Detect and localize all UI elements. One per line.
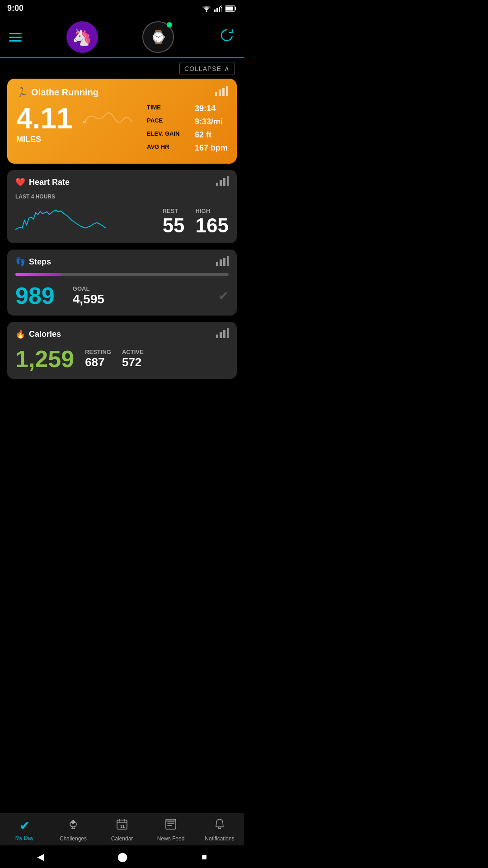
steps-check-icon: ✔	[218, 288, 229, 303]
refresh-button[interactable]	[219, 27, 235, 47]
hr-chart-label: LAST 4 HOURS	[15, 193, 155, 200]
avatar[interactable]: 🦄	[66, 21, 98, 53]
resting-label: RESTING	[85, 349, 111, 355]
svg-rect-16	[223, 178, 225, 186]
running-chart-icon[interactable]	[215, 86, 228, 99]
steps-goal-label: GOAL	[73, 285, 104, 292]
heart-rate-title: ❤️ Heart Rate	[15, 177, 70, 187]
watch-icon: ⌚	[150, 30, 166, 45]
svg-rect-10	[219, 90, 221, 96]
svg-point-13	[83, 121, 86, 123]
time-value: 39:14	[195, 104, 216, 113]
watch-online-dot	[167, 22, 172, 28]
watch-device[interactable]: ⌚	[142, 21, 174, 53]
collapse-label: COLLAPSE	[184, 65, 221, 72]
heart-rate-card[interactable]: ❤️ Heart Rate LAST 4 HOURS	[7, 170, 237, 243]
steps-chart-icon[interactable]	[216, 256, 229, 268]
hr-rest-value: 55	[163, 214, 185, 237]
svg-rect-23	[220, 332, 222, 338]
hamburger-menu[interactable]	[9, 33, 22, 42]
calories-card[interactable]: 🔥 Calories 1,259 RESTING 687	[7, 322, 237, 379]
active-value: 572	[122, 355, 144, 369]
running-stats: TIME 39:14 PACE 9:33/mi ELEV. GAIN 62 ft…	[147, 104, 228, 156]
wifi-icon	[202, 5, 211, 12]
calories-stats: RESTING 687 ACTIVE 572	[85, 349, 143, 369]
heart-rate-body: LAST 4 HOURS REST 55 HIGH 165	[15, 193, 229, 237]
active-label: ACTIVE	[122, 349, 144, 355]
avg-hr-label: AVG HR	[147, 143, 188, 153]
main-content: 🏃 Olathe Running 4.11 MILES	[0, 79, 244, 379]
svg-rect-2	[216, 8, 218, 12]
calories-active-stat: ACTIVE 572	[122, 349, 144, 369]
stat-row-pace: PACE 9:33/mi	[147, 117, 228, 127]
svg-rect-7	[235, 7, 236, 10]
status-icons	[202, 5, 237, 12]
steps-goal: GOAL 4,595	[73, 285, 104, 307]
svg-rect-14	[216, 183, 218, 186]
hr-high-value: 165	[196, 214, 229, 237]
hr-rest-label: REST	[163, 208, 185, 214]
steps-title: 👣 Steps	[15, 257, 51, 267]
calories-header: 🔥 Calories	[15, 328, 229, 340]
calories-value: 1,259	[15, 345, 74, 373]
heart-rate-title-text: Heart Rate	[29, 178, 70, 187]
status-time: 9:00	[7, 4, 23, 13]
avg-hr-value: 167 bpm	[195, 143, 228, 153]
collapse-button[interactable]: COLLAPSE ∧	[179, 62, 235, 75]
hr-chart-icon[interactable]	[216, 176, 229, 188]
hr-rest-stat: REST 55	[163, 208, 185, 237]
steps-value: 989	[15, 282, 55, 309]
hr-stats: REST 55 HIGH 165	[163, 208, 229, 237]
running-route-map	[80, 104, 140, 140]
svg-rect-12	[226, 86, 228, 96]
running-icon: 🏃	[16, 87, 28, 98]
svg-rect-24	[223, 330, 225, 338]
running-distance: 4.11 MILES	[16, 104, 73, 144]
svg-point-0	[206, 11, 207, 12]
elev-label: ELEV. GAIN	[147, 130, 188, 140]
svg-rect-9	[215, 92, 217, 96]
heart-rate-header: ❤️ Heart Rate	[15, 176, 229, 188]
avatar-emoji: 🦄	[72, 28, 92, 47]
svg-rect-18	[216, 262, 218, 266]
hr-high-label: HIGH	[196, 208, 229, 214]
svg-rect-25	[227, 328, 229, 338]
svg-rect-17	[227, 176, 229, 186]
svg-rect-20	[223, 258, 225, 266]
steps-header: 👣 Steps	[15, 256, 229, 268]
stat-row-elev: ELEV. GAIN 62 ft	[147, 130, 228, 140]
calories-body: 1,259 RESTING 687 ACTIVE 572	[15, 345, 229, 373]
calories-chart-icon[interactable]	[216, 328, 229, 340]
collapse-arrow-icon: ∧	[224, 64, 230, 73]
steps-progress-bar-fill	[15, 273, 62, 276]
signal-icon	[214, 5, 222, 12]
heart-icon: ❤️	[15, 177, 25, 187]
stat-row-hr: AVG HR 167 bpm	[147, 143, 228, 153]
distance-value: 4.11	[16, 104, 73, 133]
hr-chart: LAST 4 HOURS	[15, 193, 155, 237]
running-card[interactable]: 🏃 Olathe Running 4.11 MILES	[7, 79, 237, 164]
svg-rect-3	[219, 7, 220, 12]
collapse-bar: COLLAPSE ∧	[0, 58, 244, 79]
steps-card[interactable]: 👣 Steps 989 GOAL 4,595 ✔	[7, 250, 237, 316]
stat-row-time: TIME 39:14	[147, 104, 228, 113]
svg-rect-22	[216, 335, 218, 338]
calories-title: 🔥 Calories	[15, 329, 61, 339]
hr-high-stat: HIGH 165	[196, 208, 229, 237]
svg-rect-15	[220, 180, 222, 186]
running-card-header: 🏃 Olathe Running	[16, 86, 228, 99]
pace-label: PACE	[147, 117, 188, 127]
running-title-text: Olathe Running	[31, 87, 99, 98]
calories-title-text: Calories	[29, 330, 61, 339]
svg-rect-11	[222, 88, 225, 96]
svg-rect-21	[227, 256, 229, 266]
distance-unit: MILES	[16, 135, 73, 144]
elev-value: 62 ft	[195, 130, 211, 140]
battery-icon	[225, 5, 237, 12]
resting-value: 687	[85, 355, 111, 369]
steps-icon: 👣	[15, 257, 25, 267]
status-bar: 9:00	[0, 0, 244, 17]
steps-progress-bar-container	[15, 273, 229, 276]
steps-goal-value: 4,595	[73, 292, 104, 307]
pace-value: 9:33/mi	[195, 117, 223, 127]
